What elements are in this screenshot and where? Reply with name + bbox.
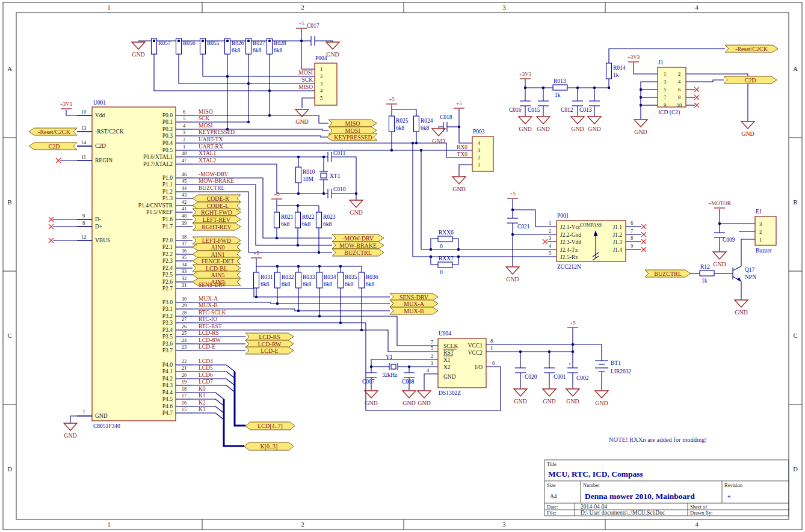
gnd-symbol — [326, 42, 339, 49]
wire — [431, 239, 438, 249]
designator-c017: C017 — [307, 23, 319, 29]
pin-name: P0.3 — [162, 133, 173, 139]
port-reset-c2ck-left-label: -Reset/C2CK — [38, 129, 71, 135]
text-label: 7 — [631, 228, 633, 234]
pin-number: 28 — [182, 310, 187, 316]
revision-label: Revision — [724, 482, 743, 488]
designator-y1: Y1 — [386, 354, 393, 360]
grid-col-label: 1 — [107, 521, 110, 528]
pin-name-j14: J1.4 — [612, 247, 622, 253]
grid-col-label: 1 — [107, 4, 110, 11]
pin-name: C2D — [95, 143, 106, 149]
grid-col-label: 4 — [695, 521, 699, 528]
pin-number: 37 — [182, 240, 187, 246]
net-label-lcd7: LCD7 — [199, 379, 213, 385]
pin-name: P4.5 — [162, 396, 173, 402]
designator-P001: P001 — [557, 213, 569, 219]
grid-row-label: D — [7, 466, 12, 472]
gnd-label: GND — [713, 261, 726, 268]
junction-dot — [297, 310, 300, 312]
designator-c009: C009 — [723, 237, 735, 243]
wire — [486, 344, 602, 361]
pin-name: P1.6 — [162, 216, 173, 222]
designator-R056: R056 — [183, 40, 196, 46]
pin-number: 33 — [182, 268, 187, 274]
gnd-label: GND — [132, 51, 145, 58]
pin-name-x2: X2 — [443, 364, 451, 370]
designator-c010: C010 — [333, 186, 346, 192]
text-label: 9 — [664, 102, 666, 108]
pin-number: 38 — [182, 234, 187, 240]
pin-number: 40 — [182, 213, 187, 219]
pin-name: P0.0 — [162, 112, 173, 118]
pin-number: 22 — [182, 358, 187, 364]
designator-c002: C002 — [576, 375, 589, 381]
net-label-lcd-rw: LCD-RW — [199, 337, 221, 343]
net-label-mosi: MOSI — [199, 123, 213, 129]
port-mow-drv-label: -MOW-DRV — [342, 235, 374, 242]
text-label: 7 — [431, 339, 433, 345]
net-label-rtc-sclk: RTC-SCLK — [199, 310, 226, 316]
power-flag-label: +MOTOR — [708, 200, 730, 206]
designator-c021: C021 — [517, 224, 530, 230]
gnd-label: GND — [350, 209, 363, 216]
pin-number: 20 — [182, 372, 187, 378]
pin-name: D+ — [95, 224, 102, 230]
resistor-rxx7 — [438, 262, 452, 268]
wire — [215, 413, 224, 420]
net-label-tx0: TX0 — [457, 151, 468, 157]
pin-number: 44 — [182, 185, 187, 191]
gnd-label: GND — [64, 432, 77, 439]
net-label-lcd5: LCD5 — [199, 365, 213, 371]
net-label-miso: MISO — [199, 109, 213, 115]
junction-dot — [322, 192, 325, 195]
pin-name: P2.4 — [162, 265, 173, 271]
pin-number: 15 — [182, 406, 187, 412]
designator-c007: C007 — [362, 379, 375, 385]
text-label: 10 — [677, 102, 682, 108]
pin-name: P3.7 — [162, 347, 173, 353]
designator-R027: R027 — [253, 40, 265, 46]
designator-q17: Q17 — [745, 267, 755, 273]
text-label: 9 — [631, 243, 633, 249]
grid-row-label: B — [7, 199, 11, 206]
bus-wire — [235, 371, 245, 426]
port-c2d-left-label: C2D — [49, 143, 60, 150]
port-code-l-label: CODE-L — [207, 203, 229, 209]
gnd-symbol — [132, 42, 145, 49]
text-label: 1 — [478, 162, 480, 168]
text-label: 5 — [549, 250, 551, 256]
pin-name: P4.6 — [162, 403, 173, 409]
port-left-rev-label: LEFT-REV — [203, 216, 231, 223]
wire — [424, 374, 438, 390]
pin-number: 32 — [182, 275, 187, 281]
pin-name-j11: J1.1 — [612, 224, 622, 230]
text-label: 1 — [759, 237, 762, 243]
crystal-y1 — [391, 364, 396, 369]
port-lcd-e-label: LCD-E — [261, 347, 278, 354]
net-label-sens-drv: SENS-DRV — [199, 282, 226, 288]
pin-name-j13: J1.3 — [612, 239, 622, 245]
text-label: 1 — [490, 345, 493, 351]
gnd-symbol — [64, 423, 77, 430]
wire — [226, 365, 235, 371]
text-label: 8 — [490, 338, 493, 344]
port-sens-drv-label: SENS-DRV — [399, 294, 429, 301]
value-R028: 6k8 — [274, 47, 283, 54]
junction-dot — [390, 149, 393, 151]
net-label-mux-b: MUX-B — [199, 302, 218, 308]
pin-name: P1.0 — [162, 175, 173, 181]
gnd-symbol — [402, 391, 416, 398]
junction-dot — [297, 192, 300, 195]
gnd-symbol — [519, 117, 532, 124]
designator-c013: C013 — [579, 107, 592, 113]
text-label: 7 — [664, 94, 666, 100]
port-k-bus-label: K[0..3] — [261, 443, 278, 450]
number-label: Number — [583, 482, 600, 488]
designator-E1: E1 — [756, 209, 762, 215]
gnd-label: GND — [402, 400, 416, 406]
gnd-label: GND — [432, 138, 445, 144]
pin-number: 16 — [182, 400, 187, 406]
pin-number: 34 — [182, 261, 187, 268]
pin-number: 43 — [182, 192, 187, 198]
